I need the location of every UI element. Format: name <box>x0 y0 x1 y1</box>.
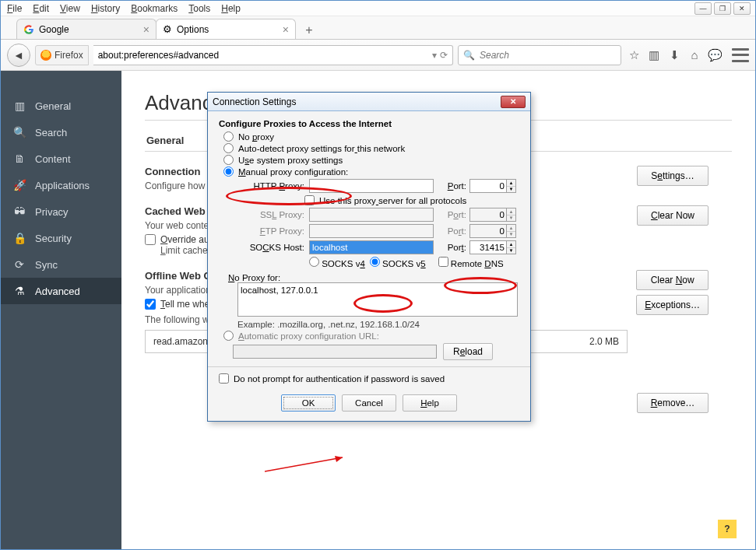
clear-cache-button[interactable]: Clear Now <box>637 205 709 226</box>
radio-socks-v4[interactable]: SOCKS v4 <box>309 257 365 268</box>
ftp-proxy-row: FTP Proxy: Port: ▲▼ <box>228 224 519 238</box>
sidebar-item-content[interactable]: 🗎Content <box>1 145 121 172</box>
preferences-sidebar: ▥General 🔍Search 🗎Content 🚀Applications … <box>1 71 121 549</box>
auto-url-row: Reload <box>233 343 519 360</box>
new-tab-button[interactable]: + <box>298 22 320 39</box>
help-button[interactable]: Help <box>403 394 457 412</box>
menu-edit[interactable]: Edit <box>33 3 49 14</box>
http-proxy-host-input[interactable] <box>309 179 434 193</box>
ftp-proxy-host-input[interactable] <box>309 224 434 238</box>
menu-button[interactable] <box>732 48 749 62</box>
no-proxy-label: No Proxy for: <box>228 273 519 282</box>
menu-history[interactable]: History <box>91 3 120 14</box>
window-minimize-button[interactable]: — <box>694 2 712 15</box>
sidebar-item-applications[interactable]: 🚀Applications <box>1 172 121 198</box>
radio-no-proxy[interactable]: No proxy <box>223 131 519 142</box>
tellme-checkbox[interactable] <box>145 299 156 310</box>
reload-icon[interactable]: ⟳ <box>440 50 448 61</box>
connection-settings-button[interactable]: Settings… <box>637 166 709 186</box>
menu-tools[interactable]: Tools <box>188 3 210 14</box>
ok-button[interactable]: OK <box>281 394 336 412</box>
ssl-port-spinner[interactable]: ▲▼ <box>507 208 516 222</box>
sidebar-item-label: Security <box>35 233 72 244</box>
sidebar-item-privacy[interactable]: 🕶Privacy <box>1 198 121 225</box>
socks-port-spinner[interactable]: ▲▼ <box>507 240 516 254</box>
chat-icon[interactable]: 💬 <box>707 47 723 63</box>
search-input[interactable] <box>480 50 616 61</box>
menu-file[interactable]: File <box>7 3 22 14</box>
http-proxy-port-input[interactable] <box>469 179 507 193</box>
ssl-proxy-port-input[interactable] <box>469 208 507 222</box>
ssl-proxy-row: SSL Proxy: Port: ▲▼ <box>228 208 519 222</box>
no-prompt-checkbox[interactable] <box>219 373 229 384</box>
socks-port-input[interactable] <box>469 240 507 254</box>
connection-settings-dialog: Connection Settings ✕ Configure Proxies … <box>207 92 531 422</box>
ssl-proxy-host-input[interactable] <box>309 208 434 222</box>
sidebar-item-label: Sync <box>35 259 58 271</box>
http-port-spinner[interactable]: ▲▼ <box>507 179 516 193</box>
socks-host-label: SOCKS Host: <box>228 243 304 252</box>
bookmark-star-icon[interactable]: ☆ <box>626 47 642 63</box>
firefox-logo-icon <box>40 50 51 61</box>
url-bar[interactable]: ▾ ⟳ <box>93 45 453 65</box>
menu-help[interactable]: Help <box>221 3 241 14</box>
window-close-button[interactable]: ✕ <box>733 2 751 15</box>
menu-bookmarks[interactable]: Bookmarks <box>131 3 178 14</box>
use-for-all-checkbox[interactable] <box>304 195 315 205</box>
no-prompt-check[interactable]: Do not prompt for authentication if pass… <box>219 373 519 384</box>
radio-auto-url[interactable]: Automatic proxy configuration URL: <box>223 331 519 341</box>
no-proxy-example: Example: .mozilla.org, .net.nz, 192.168.… <box>237 320 519 329</box>
sidebar-item-label: Applications <box>35 180 90 191</box>
radio-auto-detect[interactable]: Auto-detect proxy settings for this netw… <box>223 143 519 153</box>
dialog-titlebar[interactable]: Connection Settings ✕ <box>208 93 530 111</box>
dialog-close-button[interactable]: ✕ <box>501 96 526 108</box>
use-for-all-check[interactable]: Use this proxy server for all protocols <box>304 195 519 205</box>
sidebar-item-sync[interactable]: ⟳Sync <box>1 251 121 278</box>
tab-close-icon[interactable]: × <box>283 23 289 36</box>
clear-offline-button[interactable]: Clear Now <box>636 270 709 290</box>
window-maximize-button[interactable]: ❐ <box>714 2 731 15</box>
exceptions-button[interactable]: Exceptions… <box>636 295 709 315</box>
sidebar-item-label: General <box>35 100 71 112</box>
auto-url-input[interactable] <box>233 345 437 359</box>
offline-app-size: 2.0 MB <box>589 336 619 347</box>
subtab-general[interactable]: General <box>145 130 185 151</box>
ftp-port-spinner[interactable]: ▲▼ <box>507 224 516 238</box>
help-button[interactable]: ? <box>718 520 737 538</box>
tab-google[interactable]: Google × <box>16 19 156 39</box>
dialog-heading: Configure Proxies to Access the Internet <box>219 119 519 128</box>
privacy-icon: 🕶 <box>13 205 26 218</box>
sidebar-item-search[interactable]: 🔍Search <box>1 119 121 145</box>
tab-close-icon[interactable]: × <box>143 23 149 36</box>
search-icon: 🔍 <box>13 126 26 138</box>
remove-offline-button[interactable]: Remove… <box>637 393 709 413</box>
radio-manual-proxy[interactable]: Manual proxy configuration: <box>223 166 519 177</box>
menu-view[interactable]: View <box>60 3 80 14</box>
remote-dns-check[interactable]: Remote DNS <box>438 257 504 268</box>
identity-box[interactable]: Firefox <box>35 45 89 65</box>
search-bar[interactable]: 🔍 <box>458 45 621 65</box>
override-cache-checkbox[interactable] <box>145 234 156 245</box>
ftp-proxy-label: FTP Proxy: <box>228 226 304 236</box>
sidebar-item-label: Content <box>35 153 71 165</box>
cancel-button[interactable]: Cancel <box>342 394 396 412</box>
sidebar-item-advanced[interactable]: ⚗Advanced <box>1 278 121 304</box>
back-button[interactable]: ◄ <box>7 44 30 67</box>
urlbar-dropdown-icon[interactable]: ▾ <box>432 50 437 61</box>
general-icon: ▥ <box>13 100 26 112</box>
sidebar-item-general[interactable]: ▥General <box>1 93 121 119</box>
url-input[interactable] <box>98 50 429 61</box>
downloads-icon[interactable]: ⬇ <box>666 47 682 63</box>
socks-host-input[interactable] <box>309 240 434 254</box>
radio-socks-v5[interactable]: SOCKS v5 <box>370 257 426 268</box>
dialog-title: Connection Settings <box>213 96 296 107</box>
sidebar-item-security[interactable]: 🔒Security <box>1 225 121 251</box>
ftp-proxy-port-input[interactable] <box>469 224 507 238</box>
tab-options[interactable]: ⚙ Options × <box>156 19 296 39</box>
no-proxy-input[interactable]: localhost, 127.0.0.1 <box>237 282 518 317</box>
reload-pac-button[interactable]: Reload <box>443 343 493 360</box>
home-icon[interactable]: ⌂ <box>687 47 702 63</box>
socks-version-row: SOCKS v4 SOCKS v5 Remote DNS <box>309 257 519 268</box>
library-icon[interactable]: ▥ <box>646 47 662 63</box>
radio-system-proxy[interactable]: Use system proxy settings <box>223 155 519 165</box>
